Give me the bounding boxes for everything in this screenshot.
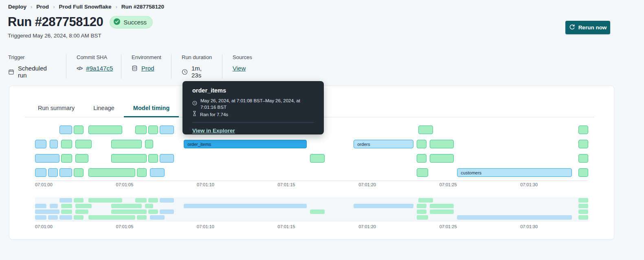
gantt-bar[interactable] [578,154,588,163]
gantt-bar[interactable] [160,154,174,163]
breadcrumb: Deploy › Prod › Prod Full Snowflake › Ru… [8,4,164,10]
gantt-bar[interactable] [578,168,588,177]
mini-gantt-bar [148,209,158,214]
meta-label: Trigger [8,54,56,60]
gantt-bar[interactable] [74,126,84,134]
meta-duration: Run duration 1m, 23s [171,54,222,79]
mini-gantt-bar [578,198,588,203]
gantt-bar[interactable] [50,140,58,148]
sources-view-link[interactable]: View [233,65,246,72]
tooltip-time-range: May 26, 2024, at 7:01:08 BST–May 26, 202… [200,97,314,110]
axis-tick-label: 07:01:15 [278,182,295,187]
meta-label: Run duration [182,54,212,60]
meta-label: Sources [233,54,252,60]
tab-lineage[interactable]: Lineage [84,101,124,117]
breadcrumb-item-job[interactable]: Prod Full Snowflake [59,4,111,10]
gantt-bar[interactable] [75,154,88,163]
gantt-bar[interactable] [75,140,92,148]
gantt-bar[interactable] [160,126,174,134]
gantt-bar[interactable] [35,168,46,177]
gantt-bar[interactable] [88,126,122,134]
gantt-bar[interactable] [111,140,142,148]
clock-icon [182,69,188,75]
tab-model-timing[interactable]: Model timing [124,101,179,117]
gantt-bar[interactable] [59,126,73,134]
meta-trigger: Trigger Scheduled run [8,54,66,79]
gantt-bar[interactable] [61,140,73,148]
mini-gantt-bar-order_items [184,204,307,208]
gantt-bar[interactable] [578,126,588,134]
gantt-bar[interactable] [135,126,147,134]
mini-gantt-bar [150,215,165,220]
hourglass-icon [192,111,197,118]
page-title: Run #287758120 [8,15,103,29]
mini-gantt-bar [578,215,588,220]
breadcrumb-item-deploy[interactable]: Deploy [8,4,26,10]
mini-gantt-bar [430,209,454,214]
mini-gantt-bar [75,209,88,214]
rerun-now-button[interactable]: Rerun now [565,21,610,34]
gantt-bar[interactable] [418,126,433,134]
mini-gantt-bar [50,204,58,208]
environment-link[interactable]: Prod [141,65,154,72]
mini-gantt-bar [35,209,59,214]
mini-gantt-bar [88,198,122,203]
axis-tick-label: 07:01:00 [35,182,53,187]
gantt-bar[interactable] [137,168,147,177]
gantt-bar[interactable] [61,154,73,163]
chevron-right-icon: › [53,4,55,10]
gantt-bar[interactable] [111,154,147,163]
status-badge-label: Success [123,19,147,26]
gantt-bar[interactable] [578,140,588,148]
gantt-minimap-brush[interactable] [35,197,588,221]
mini-gantt-bar-customers [457,215,572,220]
tooltip-model-name: order_items [192,87,314,94]
tab-run-summary[interactable]: Run summary [29,101,84,117]
trigger-value: Scheduled run [18,65,56,79]
gantt-bar[interactable] [35,140,46,148]
mini-gantt-bar [135,198,147,203]
database-icon [132,65,138,71]
gantt-bar[interactable] [145,140,153,148]
gantt-bar[interactable] [150,168,165,177]
mini-gantt-bar [59,198,73,203]
gantt-bar[interactable] [148,154,158,163]
gantt-bar-customers[interactable]: customers [457,168,572,177]
gantt-bar[interactable] [417,168,428,177]
gantt-bar-label: orders [357,142,370,147]
commit-sha-link[interactable]: #9a147c5 [86,65,113,72]
view-in-explorer-link[interactable]: View in Explorer [192,128,235,134]
meta-commit: Commit SHA </> #9a147c5 [66,54,121,79]
gantt-bar[interactable] [48,168,58,177]
gantt-bar[interactable] [430,140,454,148]
gantt-bar[interactable] [310,154,325,163]
minimap-time-axis: 07:01:0007:01:0507:01:1007:01:1507:01:20… [35,223,588,229]
chevron-right-icon: › [115,4,117,10]
mini-gantt-bar [35,204,46,208]
mini-gantt-bar [111,209,147,214]
mini-gantt-bar [578,204,588,208]
gantt-bar[interactable] [88,168,135,177]
calendar-icon [8,69,14,75]
triggered-timestamp: Triggered May 26, 2024, 8:00 AM BST [8,33,101,39]
mini-gantt-bar [418,198,433,203]
run-meta-bar: Trigger Scheduled run Commit SHA </> #9a… [8,54,262,79]
breadcrumb-item-prod[interactable]: Prod [36,4,49,10]
mini-gantt-bar [48,215,58,220]
gantt-bar[interactable] [430,154,454,163]
gantt-bar[interactable] [35,154,59,163]
gantt-bar[interactable] [417,140,426,148]
gantt-bar[interactable] [417,154,426,163]
mini-gantt-bar [417,209,426,214]
mini-gantt-bar [35,215,46,220]
mini-gantt-bar [59,215,73,220]
axis-tick-label: 07:01:25 [440,224,457,229]
tooltip-divider [192,122,314,123]
gantt-bar[interactable] [59,168,73,177]
gantt-bar[interactable] [74,168,84,177]
mini-gantt-bar [160,209,174,214]
gantt-bar-orders[interactable]: orders [354,140,413,148]
gantt-bar[interactable] [148,126,158,134]
gantt-bar-order_items[interactable]: order_items [184,140,307,148]
mini-gantt-bar-orders [354,204,413,208]
